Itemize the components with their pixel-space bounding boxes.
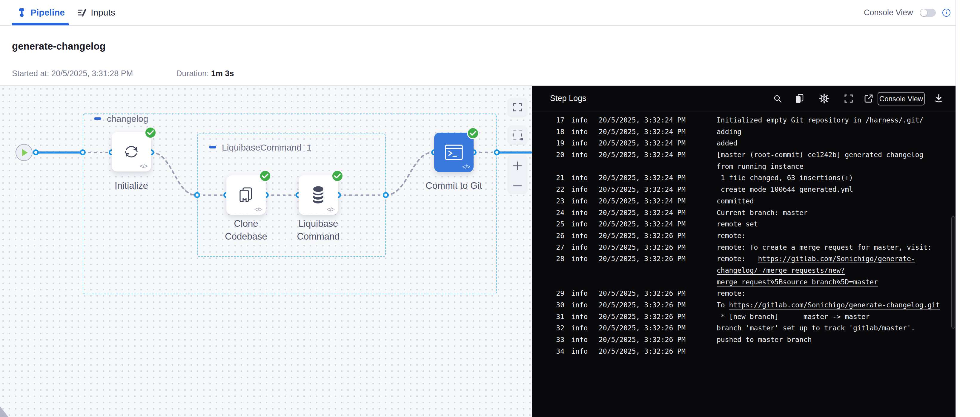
log-line: 34info20/5/2025, 3:32:26 PM xyxy=(532,345,956,357)
log-line: 25info20/5/2025, 3:32:24 PMremote set xyxy=(532,218,956,230)
success-badge xyxy=(331,170,344,182)
node-label-clone-codebase[interactable]: Clone Codebase xyxy=(218,217,274,243)
log-line: 21info20/5/2025, 3:32:24 PM 1 file chang… xyxy=(532,172,956,184)
log-line: 24info20/5/2025, 3:32:24 PMCurrent branc… xyxy=(532,207,956,219)
step-node-clone-codebase[interactable]: </> xyxy=(226,175,266,215)
log-line: 19info20/5/2025, 3:32:24 PMadded xyxy=(532,137,956,149)
copy-icon[interactable] xyxy=(794,94,804,103)
log-line: 28info20/5/2025, 3:32:26 PMremote: https… xyxy=(532,253,956,265)
log-line: 32info20/5/2025, 3:32:26 PMbranch 'maste… xyxy=(532,322,956,334)
log-scrollbar-thumb[interactable] xyxy=(951,216,955,329)
node-label-initialize[interactable]: Initialize xyxy=(103,179,160,192)
duration-label: Duration: xyxy=(176,69,209,78)
play-icon xyxy=(22,149,28,156)
execution-line xyxy=(35,151,83,154)
pipeline-graph-canvas[interactable]: changelog LiquibaseCommand_1 xyxy=(0,86,532,417)
toggle-knob xyxy=(920,9,927,16)
node-label-commit-to-git[interactable]: Commit to Git xyxy=(415,179,493,192)
node-label-liquibase-command[interactable]: Liquibase Command xyxy=(290,217,347,243)
log-line: 20info20/5/2025, 3:32:24 PM[master (root… xyxy=(532,149,956,161)
clone-codebase-icon xyxy=(237,186,256,205)
tab-inputs[interactable]: Inputs xyxy=(77,0,115,25)
step-node-initialize[interactable]: </> xyxy=(112,132,151,172)
duration: Duration: 1m 3s xyxy=(176,69,234,78)
connector-port xyxy=(80,150,86,155)
log-link[interactable]: https://gitlab.com/Sonichigo/generate- xyxy=(758,255,915,263)
log-line: 17info20/5/2025, 3:32:24 PMInitialized e… xyxy=(532,115,956,126)
fullscreen-icon[interactable] xyxy=(843,94,854,103)
success-badge xyxy=(259,170,271,182)
log-link[interactable]: https://gitlab.com/Sonichigo/generate-ch… xyxy=(729,301,940,309)
page-title: generate-changelog xyxy=(12,41,106,52)
duration-value: 1m 3s xyxy=(211,69,234,78)
active-tab-indicator xyxy=(12,23,69,25)
open-in-new-icon[interactable] xyxy=(864,94,874,103)
log-panel-header: Step Logs xyxy=(532,86,956,111)
console-view-control: Console View i xyxy=(864,0,950,25)
sync-icon xyxy=(122,142,141,161)
terminal-icon xyxy=(445,144,463,161)
content-right-border xyxy=(956,0,956,417)
log-lines: 17info20/5/2025, 3:32:24 PMInitialized e… xyxy=(532,115,956,357)
console-view-label: Console View xyxy=(864,8,913,18)
step-node-commit-to-git[interactable]: </> xyxy=(434,133,474,172)
code-icon: </> xyxy=(462,163,470,170)
top-tab-bar: Pipeline Inputs Console View i xyxy=(0,0,956,26)
log-line: 18info20/5/2025, 3:32:24 PMadding xyxy=(532,126,956,138)
connector-port xyxy=(383,192,389,198)
started-at: Started at: 20/5/2025, 3:31:28 PM xyxy=(12,69,133,78)
started-value: 20/5/2025, 3:31:28 PM xyxy=(51,69,133,78)
tab-inputs-label: Inputs xyxy=(91,8,115,18)
marquee-select-icon xyxy=(513,131,522,140)
log-link[interactable]: changelog/-/merge_requests/new? xyxy=(717,266,845,274)
log-line: 33info20/5/2025, 3:32:26 PMpushed to mas… xyxy=(532,334,956,345)
started-label: Started at: xyxy=(12,69,49,78)
tab-pipeline[interactable]: Pipeline xyxy=(18,0,65,25)
log-line: 31info20/5/2025, 3:32:26 PM * [new branc… xyxy=(532,311,956,323)
code-icon: </> xyxy=(140,163,148,170)
log-line: 23info20/5/2025, 3:32:24 PMcommitted xyxy=(532,195,956,207)
log-panel-title: Step Logs xyxy=(550,86,587,111)
canvas-fullscreen-button[interactable] xyxy=(508,98,527,117)
liquibase-icon xyxy=(309,185,328,205)
success-badge xyxy=(467,127,479,139)
log-line: 26info20/5/2025, 3:32:26 PMremote: xyxy=(532,230,956,242)
code-icon: </> xyxy=(327,206,334,213)
log-line: 29info20/5/2025, 3:32:26 PMremote: xyxy=(532,288,956,299)
log-line: 30info20/5/2025, 3:32:26 PMTo https://gi… xyxy=(532,299,956,311)
step-node-liquibase-command[interactable]: </> xyxy=(299,175,338,215)
execution-header: generate-changelog Started at: 20/5/2025… xyxy=(0,26,956,86)
log-line: 22info20/5/2025, 3:32:24 PM create mode … xyxy=(532,184,956,195)
link-line xyxy=(83,152,112,153)
connector-port xyxy=(33,150,39,155)
connector-port xyxy=(494,150,500,155)
link-line xyxy=(197,194,226,196)
inputs-icon xyxy=(77,8,87,18)
log-line: merge_request%5Bsource_branch%5D=master xyxy=(532,276,956,288)
info-icon[interactable]: i xyxy=(942,9,950,17)
code-icon: </> xyxy=(255,206,262,213)
log-line: from running instance xyxy=(532,161,956,172)
link-line xyxy=(266,194,299,196)
log-line: 27info20/5/2025, 3:32:26 PMremote: To cr… xyxy=(532,242,956,253)
canvas-zoom-controls xyxy=(508,155,527,194)
console-view-button[interactable]: Console View xyxy=(878,92,925,105)
log-line: changelog/-/merge_requests/new? xyxy=(532,265,956,276)
canvas-select-button[interactable] xyxy=(508,126,527,145)
link-line xyxy=(338,194,386,196)
pipeline-icon xyxy=(18,8,26,18)
fullscreen-icon xyxy=(512,102,523,112)
pipeline-start-node[interactable] xyxy=(16,144,33,161)
tab-pipeline-label: Pipeline xyxy=(30,8,65,18)
execution-line xyxy=(497,151,532,154)
log-link[interactable]: merge_request%5Bsource_branch%5D=master xyxy=(717,278,878,286)
canvas-watermark xyxy=(0,406,8,417)
settings-icon[interactable] xyxy=(819,94,829,103)
download-icon[interactable] xyxy=(934,94,944,103)
zoom-out-icon[interactable] xyxy=(512,184,523,188)
success-badge xyxy=(145,127,156,138)
console-view-toggle[interactable] xyxy=(920,9,936,17)
zoom-in-icon[interactable] xyxy=(512,161,523,171)
pipeline-execution-page: Pipeline Inputs Console View i generate-… xyxy=(0,0,980,417)
search-icon[interactable] xyxy=(773,94,783,103)
